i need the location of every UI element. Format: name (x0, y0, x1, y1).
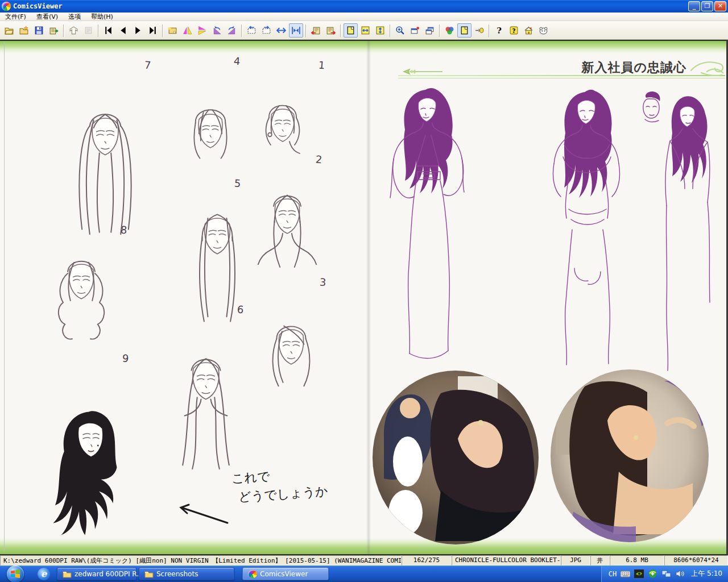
save-icon (34, 26, 44, 35)
viewer-canvas[interactable]: 7 4 1 2 5 8 3 6 9 これで どうでしょうか 新入社員の忠誠心 (0, 40, 728, 555)
start-button[interactable] (7, 566, 24, 582)
fit-height-button[interactable] (373, 23, 387, 38)
status-mark: 井 (590, 555, 610, 566)
sketch-number: 8 (120, 224, 127, 236)
rotate-right-icon (227, 26, 237, 35)
last-page-icon (148, 26, 158, 35)
flip-vertical-button[interactable] (195, 23, 209, 38)
close-button[interactable]: ✕ (714, 1, 726, 11)
next-archive-button[interactable] (324, 23, 338, 38)
sketch-number: 1 (318, 59, 325, 72)
network-tray-icon[interactable] (661, 569, 671, 578)
fit-width-icon (361, 26, 370, 35)
nvidia-tray-icon[interactable] (634, 569, 644, 578)
menu-options[interactable]: 选项 (63, 13, 86, 21)
extract-button[interactable] (47, 23, 61, 38)
open-archive-icon (5, 26, 14, 35)
toolbar-separator (489, 24, 490, 37)
restore-button[interactable]: ❐ (701, 1, 713, 11)
status-file-path: K:\zedward 600DPI RAW\(成年コミック) [織田non] N… (0, 555, 402, 566)
prev-archive-button[interactable] (309, 23, 323, 38)
status-bar: K:\zedward 600DPI RAW\(成年コミック) [織田non] N… (0, 555, 728, 566)
shift-right-button[interactable] (259, 23, 274, 38)
save-button[interactable] (32, 23, 46, 38)
next-archive-icon (326, 26, 336, 35)
prev-page-icon (118, 26, 128, 35)
taskbar: e zedward 600DPI R... Screenshots Comics… (0, 566, 728, 582)
keyboard-icon[interactable] (621, 569, 630, 578)
color-adjust-icon (445, 26, 454, 35)
rotate-right-button[interactable] (225, 23, 239, 38)
windows-flag-icon (11, 569, 20, 578)
shift-left-icon (247, 26, 257, 35)
svg-text:?: ? (512, 27, 515, 35)
color-adjust-button[interactable] (442, 23, 457, 38)
shift-left-button[interactable] (245, 23, 259, 38)
handwritten-note: これで どうでしょうか (231, 463, 329, 507)
taskbar-button-screenshots[interactable]: Screenshots (139, 567, 234, 580)
status-file-size: 6.8 MB (610, 555, 664, 566)
color-panel-right (551, 369, 709, 542)
help-topics-button[interactable]: ? (507, 23, 521, 38)
flip-vertical-icon (197, 26, 207, 35)
about-button[interactable] (536, 23, 551, 38)
last-page-button[interactable] (146, 23, 160, 38)
effects-button[interactable] (472, 23, 486, 38)
help-button[interactable]: ? (492, 23, 506, 38)
taskbar-button-zedward[interactable]: zedward 600DPI R... (57, 567, 136, 580)
page-mode-button[interactable] (457, 23, 471, 38)
fit-height-icon (375, 26, 385, 35)
color-panel-left (373, 371, 539, 544)
window-title: ComicsViewer (13, 2, 688, 10)
toolbar-separator (305, 24, 307, 37)
toolbar-separator (241, 24, 242, 37)
next-page-button[interactable] (131, 23, 145, 38)
minimize-button[interactable]: _ (688, 1, 700, 11)
flip-horizontal-button[interactable] (180, 23, 195, 38)
bookmark-button[interactable] (166, 23, 180, 38)
help-icon: ? (494, 26, 504, 35)
menu-view[interactable]: 查看(V) (31, 13, 63, 21)
language-indicator[interactable]: CH (609, 570, 617, 578)
open-archive-button[interactable] (2, 23, 16, 38)
zoom-in-button[interactable] (393, 23, 407, 38)
flip-horizontal-icon (183, 26, 192, 35)
cascade-windows-button[interactable] (423, 23, 437, 38)
fit-page-button[interactable] (344, 23, 358, 38)
comics-viewer-window: ComicsViewer _ ❐ ✕ 文件(F) 查看(V) 选项 帮助(H) (0, 0, 728, 582)
menu-help[interactable]: 帮助(H) (86, 13, 118, 21)
title-bar[interactable]: ComicsViewer _ ❐ ✕ (0, 0, 728, 13)
open-new-icon (19, 26, 29, 35)
toolbar-separator (63, 24, 64, 37)
system-tray: CH 上午 5:10 (601, 566, 728, 582)
compress-width-button[interactable] (289, 23, 303, 38)
rotate-left-button[interactable] (210, 23, 224, 38)
right-page-figures (369, 81, 728, 382)
prev-archive-icon (311, 26, 321, 35)
hand-tool-button[interactable] (67, 23, 81, 38)
sketch-number: 4 (233, 55, 241, 68)
taskbar-button-comicsviewer[interactable]: ComicsViewer (242, 567, 329, 580)
fit-width-button[interactable] (358, 23, 373, 38)
antivirus-tray-icon[interactable] (648, 569, 657, 578)
first-page-icon (104, 26, 113, 35)
volume-tray-icon[interactable] (675, 569, 685, 578)
menu-file[interactable]: 文件(F) (0, 13, 31, 21)
prev-page-button[interactable] (116, 23, 130, 38)
resize-window-button[interactable] (408, 23, 422, 38)
locate-icon (84, 26, 93, 35)
status-page-counter: 162/275 (402, 555, 452, 566)
first-page-button[interactable] (101, 23, 115, 38)
status-format: JPG (561, 555, 590, 566)
cascade-windows-icon (425, 26, 435, 35)
effects-icon (474, 26, 484, 35)
sketch-number: 7 (144, 59, 151, 72)
clock[interactable]: 上午 5:10 (691, 569, 722, 579)
next-page-icon (133, 26, 143, 35)
compress-width-icon (291, 26, 301, 35)
chapter-title: 新入社員の忠誠心 (581, 59, 686, 76)
expand-width-button[interactable] (274, 23, 288, 38)
open-new-button[interactable] (17, 23, 31, 38)
home-button[interactable] (522, 23, 536, 38)
quick-launch-ie-icon[interactable]: e (38, 568, 50, 580)
